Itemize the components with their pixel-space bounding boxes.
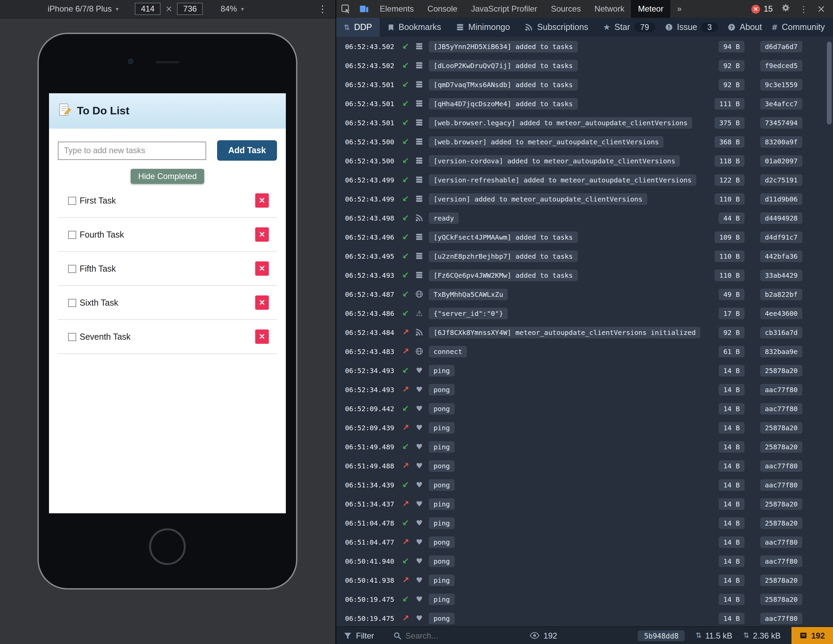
meteor-tab-label: Subscriptions — [537, 23, 589, 32]
task-delete-button[interactable]: × — [255, 227, 269, 242]
meteor-tab-minimongo[interactable]: Minimongo — [449, 18, 517, 37]
meteor-link-community[interactable]: #Community — [772, 23, 825, 32]
meteor-tab-ddp[interactable]: ⇅DDP — [336, 18, 380, 37]
new-task-input[interactable] — [58, 141, 206, 159]
ddp-log-row[interactable]: 06:52:43.501↙[qmD7vaqTMxs6ANsdb] added t… — [336, 75, 833, 94]
task-delete-button[interactable]: × — [255, 330, 269, 344]
task-checkbox[interactable] — [68, 230, 76, 238]
message-size-cell: 14 B — [702, 460, 745, 472]
filter-button[interactable]: Filter — [344, 631, 374, 640]
arrow-sent-icon: ↗ — [399, 575, 412, 585]
meteor-tab-bookmarks[interactable]: Bookmarks — [380, 18, 449, 37]
kebab-menu-icon[interactable]: ⋮ — [799, 4, 808, 14]
ddp-log-row[interactable]: 06:50:41.938↗♥ping14 B25878a20 — [336, 570, 833, 589]
add-task-button[interactable]: Add Task — [217, 140, 277, 161]
inspect-element-icon[interactable] — [336, 0, 355, 18]
message-size-cell: 14 B — [702, 498, 745, 510]
meteor-tab-subscriptions[interactable]: Subscriptions — [518, 18, 596, 37]
meteor-link-about[interactable]: ?About — [727, 23, 762, 32]
ddp-log-row[interactable]: 06:52:09.439↗♥ping14 B25878a20 — [336, 418, 833, 437]
hide-completed-button[interactable]: Hide Completed — [131, 169, 204, 184]
ddp-log-row[interactable]: 06:52:43.501↙[web.browser.legacy] added … — [336, 113, 833, 132]
visible-messages-toggle[interactable]: 192 — [529, 631, 557, 640]
tab-console[interactable]: Console — [421, 0, 464, 18]
close-icon[interactable]: × — [817, 3, 825, 15]
task-checkbox[interactable] — [68, 333, 76, 341]
task-delete-button[interactable]: × — [255, 193, 269, 208]
ddp-log-row[interactable]: 06:51:04.477↗♥pong14 Baac77f80 — [336, 532, 833, 551]
ddp-log-row[interactable]: 06:52:43.483↗connect61 B832baa9e — [336, 342, 833, 361]
device-toolbar: iPhone 6/7/8 Plus ▾ × 84% ▾ ⋮ — [0, 0, 336, 18]
error-count-badge[interactable]: × 15 — [751, 4, 773, 14]
ddp-log-row[interactable]: 06:52:43.500↙[web.browser] added to mete… — [336, 132, 833, 151]
tab-javascript-profiler[interactable]: JavaScript Profiler — [464, 0, 544, 18]
ddp-log-row[interactable]: 06:52:43.502↙[JB5yYnn2HD5XiB634] added t… — [336, 37, 833, 56]
arrow-received-icon: ↙ — [399, 194, 412, 204]
heart-icon: ♥ — [412, 461, 427, 470]
tab-sources[interactable]: Sources — [544, 0, 588, 18]
ddp-log-row[interactable]: 06:52:43.499↙[version] added to meteor_a… — [336, 189, 833, 208]
search-input[interactable] — [405, 631, 487, 640]
tab-elements[interactable]: Elements — [373, 0, 421, 18]
ddp-log-row[interactable]: 06:50:19.475↙♥ping14 B25878a20 — [336, 589, 833, 609]
arrow-received-icon: ↙ — [399, 442, 412, 451]
ddp-log-row[interactable]: 06:52:43.486↙⚠{"server_id":"0"}17 B4ee43… — [336, 304, 833, 323]
ddp-log-row[interactable]: 06:52:43.502↙[dLooP2KwDruQvQ7ij] added t… — [336, 56, 833, 75]
tab-meteor[interactable]: Meteor — [631, 0, 671, 18]
scrollbar-thumb[interactable] — [827, 42, 831, 125]
device-selector[interactable]: iPhone 6/7/8 Plus ▾ — [48, 4, 118, 14]
zoom-selector[interactable]: 84% ▾ — [220, 4, 244, 14]
about-icon: ? — [727, 23, 736, 31]
message-size-cell: 110 B — [702, 269, 745, 281]
message-hash: 83200a9f — [760, 136, 802, 147]
ddp-log-row[interactable]: 06:52:34.493↗♥pong14 Baac77f80 — [336, 380, 833, 399]
message-size: 14 B — [719, 383, 745, 395]
ddp-log-row[interactable]: 06:52:43.501↙[qHha4D7jqcDszoMe4] added t… — [336, 94, 833, 113]
meteor-link-star[interactable]: ★Star79 — [603, 23, 655, 32]
ddp-log-row[interactable]: 06:52:43.495↙[u2znE8pzhrBejhbp7] added t… — [336, 246, 833, 266]
ddp-log-row[interactable]: 06:51:04.478↙♥ping14 B25878a20 — [336, 513, 833, 532]
device-toolbar-menu-icon[interactable]: ⋮ — [318, 3, 327, 14]
error-icon: × — [751, 5, 760, 13]
task-checkbox[interactable] — [68, 298, 76, 307]
device-height-input[interactable] — [177, 3, 203, 15]
device-toolbar-toggle-icon[interactable] — [355, 0, 373, 18]
ddp-log-row[interactable]: 06:52:43.499↙[version-refreshable] added… — [336, 170, 833, 189]
device-stage: To Do List Add Task Hide Completed First… — [0, 18, 336, 644]
database-icon — [412, 100, 427, 108]
session-id-badge[interactable]: 5b948dd8 — [638, 630, 685, 641]
ddp-log-row[interactable]: 06:51:34.439↙♥pong14 Baac77f80 — [336, 475, 833, 494]
eye-icon — [529, 632, 539, 639]
ddp-log-row[interactable]: 06:52:43.500↙[version-cordova] added to … — [336, 151, 833, 170]
ddp-log-row[interactable]: 06:50:41.940↙♥pong14 Baac77f80 — [336, 551, 833, 570]
message-hash-cell: aac77f80 — [757, 383, 806, 395]
ddp-log-row[interactable]: 06:52:43.498↙ready44 Bd4494928 — [336, 208, 833, 227]
message-hash: cb316a7d — [760, 327, 802, 338]
visible-message-count: 192 — [544, 631, 557, 640]
task-delete-button[interactable]: × — [255, 295, 269, 310]
message-size-cell: 14 B — [702, 479, 745, 491]
ddp-log-row[interactable]: 06:52:09.442↙♥pong14 Baac77f80 — [336, 399, 833, 418]
task-checkbox[interactable] — [68, 196, 76, 204]
statusbar-stats: 5b948dd8 ⇅ 11.5 kB ⇅ 2.36 kB 192 — [638, 627, 833, 644]
ddp-log-row[interactable]: 06:52:43.493↙[Fz6CQe6pv4JWW2KMw] added t… — [336, 266, 833, 285]
tab-network[interactable]: Network — [588, 0, 631, 18]
heart-icon: ♥ — [412, 404, 427, 413]
timestamp: 06:52:43.484 — [345, 328, 399, 336]
ddp-log-row[interactable]: 06:51:49.488↗♥pong14 Baac77f80 — [336, 456, 833, 475]
ddp-log-row[interactable]: 06:52:34.493↙♥ping14 B25878a20 — [336, 361, 833, 380]
meteor-link-issue[interactable]: Issue3 — [664, 23, 718, 32]
more-tabs-chevron[interactable]: » — [671, 0, 688, 18]
device-width-input[interactable] — [135, 3, 161, 15]
ddp-log-row[interactable]: 06:51:34.437↗♥ping14 B25878a20 — [336, 494, 833, 513]
gear-icon[interactable] — [782, 3, 790, 14]
task-delete-button[interactable]: × — [255, 261, 269, 276]
ddp-log-row[interactable]: 06:52:43.496↙[yQCkFsect4JPMAAwm] added t… — [336, 227, 833, 246]
ddp-log-row[interactable]: 06:52:43.484↗[6Jf8CXk8YmnssXY4W] meteor_… — [336, 323, 833, 342]
ddp-log-row[interactable]: 06:52:43.487↙TxByMhhQa5CAWLxZu49 Bb2a822… — [336, 285, 833, 304]
ddp-log-row[interactable]: 06:51:49.489↙♥ping14 B25878a20 — [336, 437, 833, 456]
ddp-log-row[interactable]: 06:50:19.475↗♥pong14 Baac77f80 — [336, 609, 833, 626]
total-messages-badge[interactable]: 192 — [791, 627, 833, 644]
arrow-sent-icon: ↗ — [399, 461, 412, 470]
task-checkbox[interactable] — [68, 264, 76, 273]
